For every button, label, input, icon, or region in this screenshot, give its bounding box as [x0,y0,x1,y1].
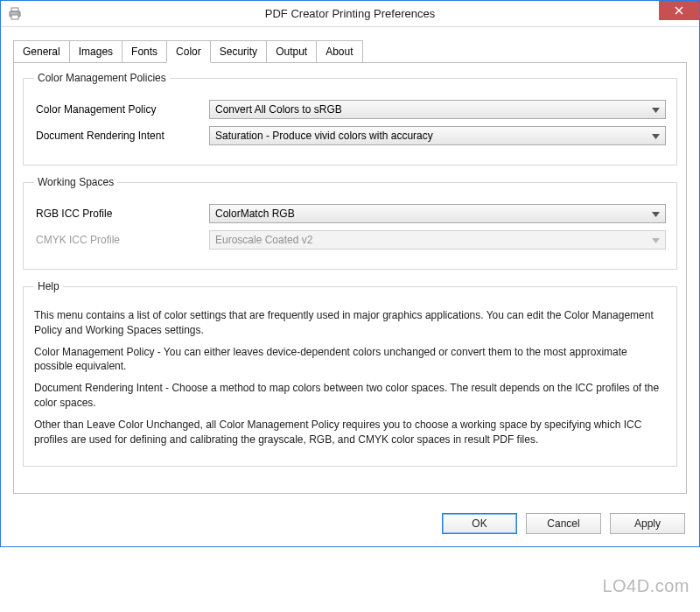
apply-button[interactable]: Apply [610,513,685,534]
select-value: Convert All Colors to sRGB [215,103,342,116]
svg-marker-8 [652,212,660,217]
select-cmyk-icc-profile: Euroscale Coated v2 [209,230,666,250]
tab-color[interactable]: Color [166,40,211,63]
label-cmyk-icc-profile: CMYK ICC Profile [34,234,209,246]
tab-fonts[interactable]: Fonts [122,40,167,63]
window-title: PDF Creator Printing Preferences [1,7,699,20]
tab-panel-color: Color Management Policies Color Manageme… [13,62,687,494]
ok-button[interactable]: OK [442,513,517,534]
close-button[interactable] [659,1,699,20]
cancel-button[interactable]: Cancel [526,513,601,534]
help-paragraph: Document Rendering Intent - Choose a met… [34,381,666,411]
select-value: Euroscale Coated v2 [215,234,312,246]
select-value: Saturation - Produce vivid colors with a… [215,130,433,142]
tab-about[interactable]: About [316,40,362,63]
app-window: PDF Creator Printing Preferences General… [0,0,700,547]
watermark: LO4D.com [602,576,690,596]
group-working-spaces: Working Spaces RGB ICC Profile ColorMatc… [23,176,677,270]
chevron-down-icon [652,208,660,220]
svg-marker-9 [652,238,660,243]
group-legend-help: Help [34,280,63,292]
chevron-down-icon [652,103,660,116]
help-paragraph: Other than Leave Color Unchanged, all Co… [34,418,666,447]
group-color-management-policies: Color Management Policies Color Manageme… [23,72,677,165]
select-rgb-icc-profile[interactable]: ColorMatch RGB [209,204,666,223]
select-value: ColorMatch RGB [215,208,295,220]
svg-marker-6 [652,108,660,113]
svg-marker-7 [652,134,660,139]
titlebar: PDF Creator Printing Preferences [1,1,699,27]
group-legend-cmp: Color Management Policies [34,72,170,84]
dialog-button-bar: OK Cancel Apply [1,503,699,546]
select-document-rendering-intent[interactable]: Saturation - Produce vivid colors with a… [209,126,666,145]
tab-strip: General Images Fonts Color Security Outp… [13,39,687,62]
group-help: Help This menu contains a list of color … [23,280,677,467]
help-paragraph: Color Management Policy - You can either… [34,345,666,375]
tab-output[interactable]: Output [266,40,317,63]
tab-general[interactable]: General [13,40,70,63]
group-legend-ws: Working Spaces [34,176,117,188]
tab-images[interactable]: Images [69,40,122,63]
label-rgb-icc-profile: RGB ICC Profile [34,208,209,220]
chevron-down-icon [652,234,660,246]
tab-security[interactable]: Security [210,40,267,63]
chevron-down-icon [652,130,660,142]
label-document-rendering-intent: Document Rendering Intent [34,130,209,142]
select-color-management-policy[interactable]: Convert All Colors to sRGB [209,100,666,119]
label-color-management-policy: Color Management Policy [34,103,209,116]
dialog-content: General Images Fonts Color Security Outp… [1,27,699,503]
close-icon [675,6,683,15]
help-paragraph: This menu contains a list of color setti… [34,308,666,338]
